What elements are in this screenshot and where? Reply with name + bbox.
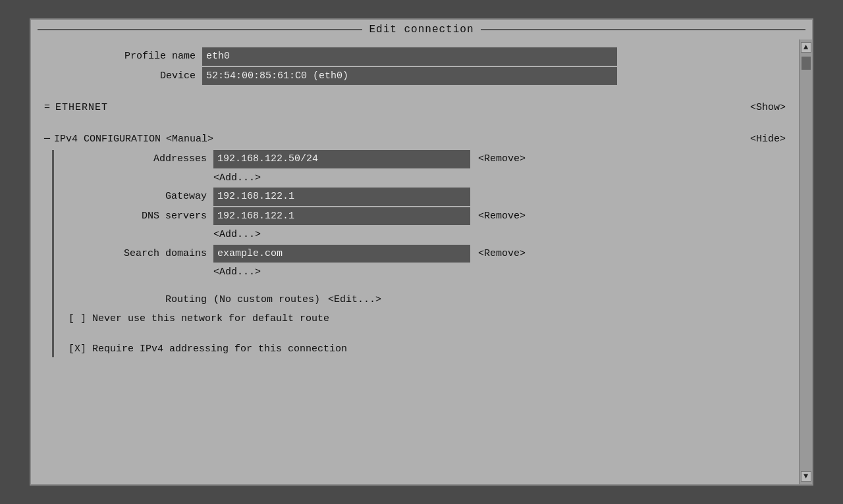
dns-row: DNS servers 192.168.122.1 <Remove> (55, 207, 786, 226)
scroll-up-button[interactable]: ▲ (801, 42, 811, 53)
routing-row: Routing (No custom routes) <Edit...> (55, 291, 786, 309)
device-row: Device 52:54:00:85:61:C0 (eth0) (44, 67, 786, 86)
ethernet-marker: = (44, 99, 50, 116)
addresses-input[interactable]: 192.168.122.50/24 (213, 150, 470, 168)
profile-name-input[interactable]: eth0 (202, 47, 617, 66)
title-bar-line-left (38, 29, 362, 30)
routing-label: Routing (55, 291, 213, 309)
title-bar: Edit connection (31, 20, 812, 39)
search-domains-label: Search domains (55, 245, 213, 263)
dns-label: DNS servers (55, 208, 213, 225)
search-domains-input[interactable]: example.com (213, 245, 470, 263)
require-ipv4-label[interactable]: [X] Require IPv4 addressing for this con… (68, 341, 347, 358)
routing-value: (No custom routes) (213, 291, 320, 309)
ethernet-show-button[interactable]: <Show> (750, 99, 786, 116)
scroll-down-button[interactable]: ▼ (801, 471, 811, 482)
terminal-window: Edit connection Profile name eth0 Device… (30, 18, 813, 486)
require-ipv4-row: [X] Require IPv4 addressing for this con… (55, 341, 786, 358)
add-dns-button[interactable]: <Add...> (213, 226, 261, 243)
routing-edit-button[interactable]: <Edit...> (328, 291, 381, 309)
ipv4-hide-button[interactable]: <Hide> (750, 131, 786, 148)
title-bar-line-right (481, 29, 805, 30)
scroll-track (802, 54, 811, 470)
add-address-row: <Add...> (55, 170, 786, 187)
addresses-remove-button[interactable]: <Remove> (478, 151, 526, 168)
never-default-label[interactable]: [ ] Never use this network for default r… (68, 311, 329, 328)
scrollbar: ▲ ▼ (799, 39, 812, 484)
addresses-label: Addresses (55, 151, 213, 168)
ipv4-content: Addresses 192.168.122.50/24 <Remove> <Ad… (52, 150, 786, 357)
add-address-button[interactable]: <Add...> (213, 170, 261, 187)
addresses-row: Addresses 192.168.122.50/24 <Remove> (55, 150, 786, 168)
ethernet-title: ETHERNET (55, 99, 108, 116)
window-title: Edit connection (369, 24, 474, 36)
ipv4-marker: ─ (44, 131, 50, 148)
add-search-row: <Add...> (55, 264, 786, 281)
gateway-row: Gateway 192.168.122.1 (55, 188, 786, 206)
dns-remove-button[interactable]: <Remove> (478, 208, 526, 225)
add-search-button[interactable]: <Add...> (213, 264, 261, 281)
scroll-thumb[interactable] (802, 57, 811, 70)
device-input[interactable]: 52:54:00:85:61:C0 (eth0) (202, 67, 617, 86)
add-dns-row: <Add...> (55, 226, 786, 243)
content-area: Profile name eth0 Device 52:54:00:85:61:… (31, 39, 812, 484)
search-domains-row: Search domains example.com <Remove> (55, 245, 786, 263)
ethernet-section-header: = ETHERNET <Show> (44, 99, 786, 116)
dns-input[interactable]: 192.168.122.1 (213, 207, 470, 226)
ipv4-mode[interactable]: <Manual> (166, 131, 213, 148)
profile-name-label: Profile name (44, 48, 202, 65)
ipv4-title: IPv4 CONFIGURATION (54, 131, 161, 148)
never-default-row: [ ] Never use this network for default r… (55, 311, 786, 328)
ipv4-section-header: ─ IPv4 CONFIGURATION <Manual> <Hide> (44, 131, 786, 148)
search-domains-remove-button[interactable]: <Remove> (478, 245, 526, 263)
profile-name-row: Profile name eth0 (44, 47, 786, 66)
main-content: Profile name eth0 Device 52:54:00:85:61:… (31, 39, 799, 484)
device-label: Device (44, 68, 202, 85)
gateway-label: Gateway (55, 188, 213, 205)
gateway-input[interactable]: 192.168.122.1 (213, 188, 470, 206)
